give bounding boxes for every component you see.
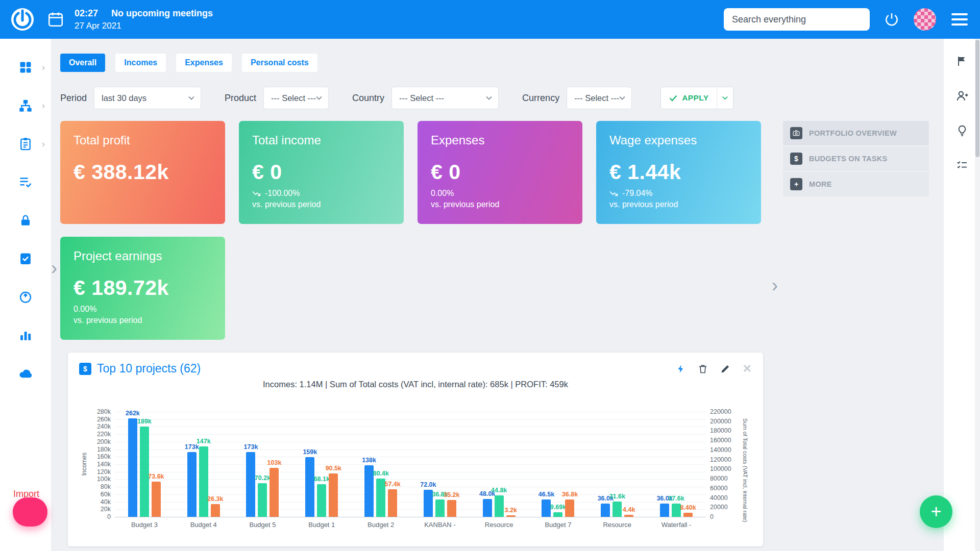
sidebar-item-reports[interactable] — [8, 318, 43, 353]
sidebar-item-dashboard[interactable]: › — [8, 50, 43, 85]
rail-item-ideas[interactable] — [952, 120, 972, 141]
tab-expenses[interactable]: Expenses — [176, 54, 232, 72]
bar-profit[interactable]: 73.6k — [152, 482, 161, 517]
bar-profit[interactable]: 8.40k — [683, 513, 693, 517]
bar-incomes[interactable]: 262k — [128, 418, 137, 517]
chat-fab[interactable] — [13, 497, 47, 527]
rail-item-checklist[interactable] — [952, 155, 972, 176]
right-axis-title: Sum of Total costs (VAT incl, internal r… — [739, 412, 752, 529]
sidebar-item-cloud[interactable] — [8, 356, 43, 391]
tab-incomes[interactable]: Incomes — [115, 54, 166, 72]
kpi-card-wage-expenses[interactable]: Wage expenses€ 1.44k-79.04%vs. previous … — [596, 121, 761, 224]
bar-total-costs-vat-incl-internal-rate[interactable]: 44.8k — [495, 495, 504, 517]
bar-total-costs-vat-incl-internal-rate[interactable]: 68.1k — [317, 484, 326, 517]
carousel-left-arrow[interactable]: › — [51, 259, 57, 278]
add-fab[interactable]: + — [920, 495, 952, 528]
kpi-card-total-profit[interactable]: Total profit€ 388.12k — [60, 121, 225, 224]
y-tick-left: 80k — [101, 483, 111, 490]
chart-title: Top 10 projects (62) — [97, 362, 201, 375]
sidebar-item-time-tracking[interactable] — [8, 280, 43, 314]
bar-incomes[interactable]: 173k — [246, 452, 255, 517]
sidebar-item-lock[interactable] — [8, 203, 43, 238]
bar-incomes[interactable]: 159k — [305, 457, 314, 517]
bar-incomes[interactable]: 36.0k — [601, 504, 610, 517]
bar-incomes[interactable]: 36.0k — [660, 504, 669, 517]
menu-icon[interactable] — [951, 13, 968, 26]
sidebar-item-task-list[interactable] — [8, 165, 43, 199]
flag-icon — [956, 55, 968, 67]
bar-incomes[interactable]: 72.0k — [424, 490, 433, 517]
side-panel-item-budgets-on-tasks[interactable]: $BUDGETS ON TASKS — [783, 146, 929, 171]
bar-total-costs-vat-incl-internal-rate[interactable]: 27.6k — [672, 504, 681, 517]
country-select[interactable]: --- Select --- — [391, 87, 499, 109]
close-icon[interactable]: ✕ — [743, 363, 752, 374]
rail-item-add-user[interactable] — [952, 86, 972, 106]
chart-card: $ Top 10 projects (62) ✕ Incomes: 1.14M … — [68, 353, 763, 546]
bar-profit[interactable]: 4.4k — [624, 515, 633, 517]
y-tick-left: 0 — [107, 513, 111, 520]
bar-profit[interactable]: 57.4k — [388, 489, 397, 517]
bar-total-costs-vat-incl-internal-rate[interactable]: 9.69k — [553, 512, 562, 517]
kpi-title: Expenses — [431, 133, 569, 147]
carousel-right-arrow[interactable]: › — [772, 277, 778, 295]
kpi-card-project-earnings[interactable]: Project earnings€ 189.72k0.00%vs. previo… — [60, 237, 225, 340]
bar-incomes[interactable]: 138k — [364, 465, 374, 517]
sidebar-item-clipboard[interactable]: › — [8, 127, 43, 161]
side-panel-item-portfolio-overview[interactable]: PORTFOLIO OVERVIEW — [783, 121, 929, 145]
bar-total-costs-vat-incl-internal-rate[interactable]: 36.8k — [435, 499, 445, 517]
chevron-right-icon: › — [42, 101, 45, 110]
bar-value-label: 44.8k — [491, 487, 507, 494]
bar-total-costs-vat-incl-internal-rate[interactable]: 189k — [140, 427, 149, 517]
sidebar-item-hierarchy[interactable]: › — [8, 88, 43, 123]
y-tick-left: 180k — [97, 446, 111, 453]
search-input[interactable] — [732, 14, 862, 25]
right-axis-ticks: 2200002000001800001600001400001200001000… — [706, 412, 739, 517]
sidebar-item-approved-tasks[interactable] — [8, 241, 43, 276]
bar-profit[interactable]: 103k — [270, 468, 279, 517]
bar-incomes[interactable]: 173k — [187, 452, 197, 517]
tab-personal-costs[interactable]: Personal costs — [242, 54, 317, 72]
bar-value-label: 36.8k — [562, 491, 578, 498]
bar-profit[interactable]: 36.8k — [565, 499, 574, 517]
add-user-icon — [955, 89, 969, 103]
side-panel-label: BUDGETS ON TASKS — [809, 155, 888, 163]
bar-total-costs-vat-incl-internal-rate[interactable]: 31.6k — [612, 502, 622, 517]
bar-profit[interactable]: 35.2k — [447, 500, 456, 517]
currency-select[interactable]: --- Select --- — [567, 87, 632, 109]
period-value: last 30 days — [102, 93, 146, 103]
power-icon[interactable] — [884, 12, 899, 27]
kpi-title: Project earnings — [74, 249, 212, 263]
app-logo[interactable] — [10, 7, 35, 32]
delete-icon[interactable] — [698, 363, 708, 374]
bar-group-budget-7: 46.5k9.69k36.8k — [529, 412, 588, 517]
edit-icon[interactable] — [720, 364, 730, 374]
scrollbar-thumb[interactable] — [975, 40, 979, 157]
side-panel-item-more[interactable]: +MORE — [783, 172, 929, 196]
apply-dropdown-toggle[interactable] — [717, 87, 733, 109]
chart-subtitle: Incomes: 1.14M | Sum of Total costs (VAT… — [79, 380, 752, 389]
bar-profit[interactable]: 26.3k — [211, 504, 220, 517]
bar-incomes[interactable]: 48.0k — [483, 499, 492, 517]
bar-profit[interactable]: 3.2k — [506, 515, 516, 517]
kpi-card-expenses[interactable]: Expenses€ 00.00%vs. previous period — [418, 121, 582, 224]
kpi-delta: -100.00% — [252, 189, 390, 198]
rail-item-flag[interactable] — [952, 51, 972, 71]
apply-button[interactable]: APPLY — [661, 87, 717, 109]
bar-profit[interactable]: 90.5k — [329, 473, 338, 517]
calendar-icon[interactable] — [47, 11, 64, 28]
bar-total-costs-vat-incl-internal-rate[interactable]: 80.4k — [376, 479, 385, 517]
side-panel-label: MORE — [809, 180, 832, 188]
lightbulb-icon — [956, 124, 968, 137]
page-scrollbar[interactable] — [975, 39, 980, 551]
bar-total-costs-vat-incl-internal-rate[interactable]: 70.2k — [258, 483, 267, 517]
bar-incomes[interactable]: 46.5k — [542, 499, 551, 517]
kpi-card-total-income[interactable]: Total income€ 0-100.00%vs. previous peri… — [239, 121, 404, 224]
bar-total-costs-vat-incl-internal-rate[interactable]: 147k — [199, 446, 208, 517]
avatar[interactable] — [914, 8, 936, 31]
x-axis-label: Budget 3 — [115, 521, 174, 529]
product-select[interactable]: --- Select --- — [263, 87, 329, 109]
flash-icon[interactable] — [676, 363, 685, 374]
period-select[interactable]: last 30 days — [94, 87, 201, 109]
tab-overall[interactable]: Overall — [60, 54, 105, 72]
budget-badge-icon: $ — [79, 363, 91, 375]
